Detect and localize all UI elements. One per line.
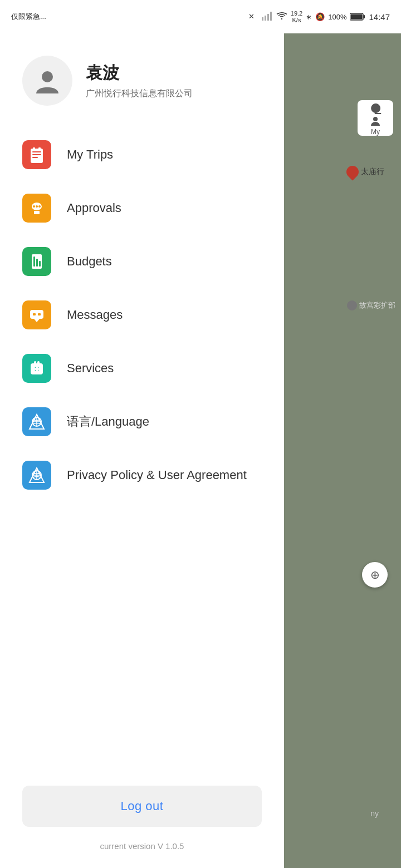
svg-rect-22: [33, 257, 35, 267]
version-section: current version V 1.0.5: [0, 832, 284, 868]
svg-rect-17: [34, 211, 40, 214]
language-label: 语言/Language: [67, 413, 149, 430]
bluetooth-icon: ∗: [306, 13, 312, 21]
svg-rect-12: [32, 154, 41, 155]
pin-dot-1: [344, 163, 361, 180]
time-text: 14:47: [369, 12, 390, 22]
status-emergency-text: 仅限紧急...: [11, 12, 46, 22]
svg-rect-11: [32, 151, 41, 152]
svg-rect-4: [267, 14, 269, 21]
map-pin1: 太庙行: [346, 166, 384, 178]
target-icon: ⊕: [370, 568, 380, 581]
svg-rect-33: [34, 368, 40, 370]
pin-text-2: 故宫彩扩部: [359, 300, 395, 310]
version-text: current version V 1.0.5: [100, 841, 184, 851]
svg-point-0: [373, 117, 378, 121]
bell-icon: 🔕: [315, 12, 325, 21]
svg-rect-2: [262, 17, 263, 21]
wifi-icon: [276, 12, 287, 22]
svg-rect-24: [39, 261, 41, 267]
signal-icon: ✕: [248, 12, 258, 22]
menu-item-my-trips[interactable]: My Trips: [0, 128, 284, 181]
budgets-label: Budgets: [67, 254, 112, 269]
status-right-icons: ✕ 19.2K/s ∗ 🔕 100%: [248, 10, 390, 23]
svg-rect-8: [351, 14, 363, 19]
map-my-button[interactable]: ●̲ My: [358, 100, 393, 136]
menu-item-budgets[interactable]: Budgets: [0, 235, 284, 288]
language-icon: [22, 407, 51, 436]
messages-icon: [22, 300, 51, 329]
svg-rect-27: [38, 313, 41, 315]
svg-point-20: [38, 205, 41, 208]
cell-signal-icon: [262, 12, 273, 22]
profile-name: 袁波: [86, 62, 193, 85]
map-my-label: My: [371, 128, 380, 136]
svg-point-18: [33, 205, 35, 208]
menu-item-messages[interactable]: Messages: [0, 288, 284, 342]
map-pin2: 故宫彩扩部: [347, 300, 395, 310]
menu-item-privacy[interactable]: Privacy Policy & User Agreement: [0, 448, 284, 502]
menu-list: My Trips Approvals: [0, 122, 284, 507]
svg-point-19: [36, 205, 38, 208]
map-person-svg: [369, 115, 382, 128]
svg-rect-30: [37, 361, 40, 366]
menu-item-services[interactable]: Services: [0, 342, 284, 395]
svg-point-9: [42, 71, 53, 82]
svg-rect-15: [38, 147, 41, 150]
speed-text: 19.2K/s: [291, 10, 302, 23]
menu-item-language[interactable]: 语言/Language: [0, 395, 284, 448]
services-icon: [22, 354, 51, 383]
trips-label: My Trips: [67, 147, 113, 162]
battery-icon: [350, 12, 365, 21]
svg-rect-7: [364, 15, 365, 18]
map-person-icon: ●̲: [370, 100, 381, 115]
svg-rect-13: [32, 157, 38, 158]
messages-label: Messages: [67, 308, 123, 322]
pin-text-1: 太庙行: [361, 167, 384, 177]
approvals-label: Approvals: [67, 201, 121, 215]
approvals-icon: [22, 194, 51, 223]
svg-text:✕: ✕: [248, 12, 255, 21]
spacer: [0, 507, 284, 775]
profile-section: 袁波 广州悦行科技信息有限公司: [0, 33, 284, 122]
logout-section: Log out: [0, 775, 284, 832]
logout-button[interactable]: Log out: [22, 786, 262, 827]
pin-dot-2: [347, 300, 357, 310]
svg-rect-25: [30, 310, 43, 319]
svg-rect-29: [34, 361, 36, 366]
svg-rect-14: [33, 147, 35, 150]
avatar-svg: [33, 67, 61, 95]
trips-icon: [22, 140, 51, 169]
privacy-icon: [22, 461, 51, 490]
battery-text: 100%: [328, 13, 346, 21]
navigation-drawer: 袁波 广州悦行科技信息有限公司 My Trips: [0, 33, 284, 868]
profile-company: 广州悦行科技信息有限公司: [86, 88, 193, 100]
svg-rect-26: [33, 313, 36, 315]
svg-rect-5: [270, 12, 272, 21]
avatar: [22, 56, 72, 106]
services-label: Services: [67, 361, 114, 376]
map-footer-label: ny: [370, 809, 379, 818]
menu-item-approvals[interactable]: Approvals: [0, 181, 284, 235]
svg-rect-23: [36, 259, 38, 267]
map-location-button[interactable]: ⊕: [362, 562, 388, 588]
svg-rect-10: [31, 149, 43, 163]
status-bar: 仅限紧急... ✕ 19.2K/s ∗ 🔕 100%: [0, 0, 401, 33]
budgets-icon: [22, 247, 51, 276]
profile-info: 袁波 广州悦行科技信息有限公司: [86, 62, 193, 100]
privacy-label: Privacy Policy & User Agreement: [67, 468, 247, 482]
svg-rect-3: [265, 16, 266, 21]
